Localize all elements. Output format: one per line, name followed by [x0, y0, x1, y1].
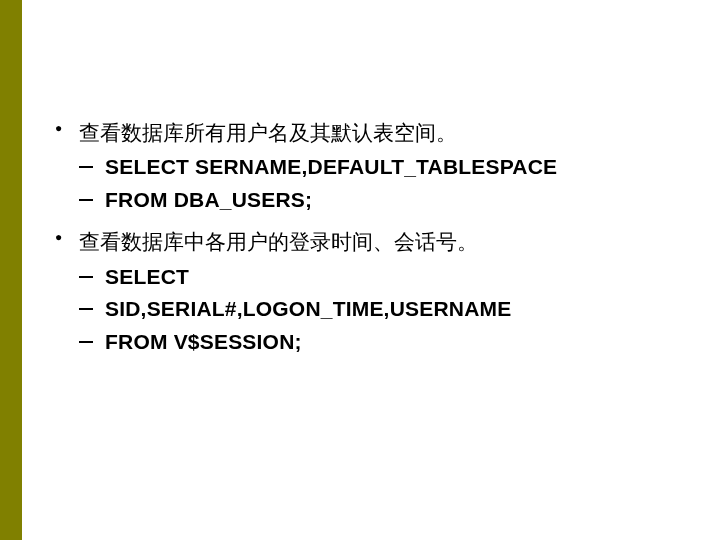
slide-content: 查看数据库所有用户名及其默认表空间。 SELECT SERNAME,DEFAUL…	[55, 118, 692, 369]
bullet-level2: SID,SERIAL#,LOGON_TIME,USERNAME	[55, 294, 692, 324]
accent-sidebar	[0, 0, 22, 540]
bullet-group: 查看数据库所有用户名及其默认表空间。 SELECT SERNAME,DEFAUL…	[55, 118, 692, 215]
bullet-level1: 查看数据库中各用户的登录时间、会话号。	[55, 227, 692, 257]
bullet-level2: SELECT	[55, 262, 692, 292]
bullet-level2: SELECT SERNAME,DEFAULT_TABLESPACE	[55, 152, 692, 182]
bullet-group: 查看数据库中各用户的登录时间、会话号。 SELECT SID,SERIAL#,L…	[55, 227, 692, 357]
bullet-level2: FROM V$SESSION;	[55, 327, 692, 357]
bullet-level2: FROM DBA_USERS;	[55, 185, 692, 215]
bullet-level1: 查看数据库所有用户名及其默认表空间。	[55, 118, 692, 148]
slide: 查看数据库所有用户名及其默认表空间。 SELECT SERNAME,DEFAUL…	[0, 0, 720, 540]
